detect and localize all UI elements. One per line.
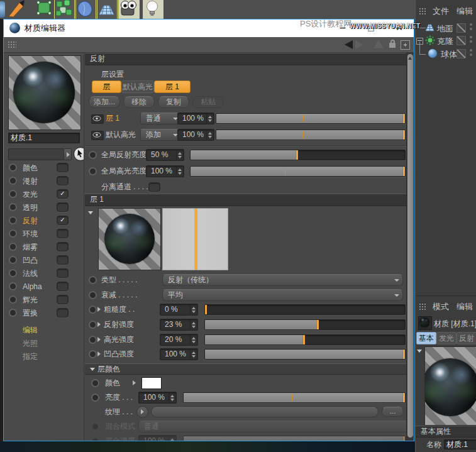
layer-color-header[interactable]: 层颜色 bbox=[85, 363, 406, 375]
global-specular-field[interactable]: 100 % bbox=[146, 165, 184, 177]
eye-toggle[interactable] bbox=[91, 131, 104, 140]
global-reflection-field[interactable]: 50 % bbox=[146, 149, 184, 161]
spinner-icon[interactable] bbox=[190, 350, 197, 359]
channel-radio[interactable] bbox=[9, 229, 17, 238]
floor-icon[interactable] bbox=[97, 0, 118, 19]
tab-layers[interactable]: 层 bbox=[92, 80, 121, 93]
spinner-icon[interactable] bbox=[190, 320, 197, 329]
channel-radio[interactable] bbox=[9, 256, 17, 264]
panel-scrollbar[interactable] bbox=[406, 53, 414, 441]
channel-checkbox[interactable] bbox=[57, 308, 69, 317]
channel-radio[interactable] bbox=[9, 203, 17, 211]
channel-radio[interactable] bbox=[9, 163, 17, 172]
texture-expander-button[interactable] bbox=[136, 406, 148, 418]
partial-icon[interactable] bbox=[0, 1, 5, 18]
am-menu-edit[interactable]: 编辑 bbox=[457, 301, 473, 312]
default-specular-blend-dropdown[interactable]: 添加 bbox=[140, 129, 182, 141]
channel-label[interactable]: 发光 bbox=[23, 189, 38, 200]
channel-checkbox[interactable]: ✓ bbox=[57, 216, 69, 225]
roughness-field[interactable]: 0 % bbox=[160, 304, 198, 316]
object-item-cloner[interactable]: 克隆 bbox=[437, 36, 453, 47]
om-menu-file[interactable]: 文件 bbox=[433, 6, 449, 17]
attenuation-radio[interactable] bbox=[89, 291, 97, 299]
specular-strength-expander-icon[interactable] bbox=[97, 337, 101, 342]
object-manager-grip[interactable] bbox=[419, 8, 426, 15]
channel-checkbox[interactable] bbox=[57, 163, 69, 172]
specular-strength-field[interactable]: 20 % bbox=[160, 334, 198, 346]
spinner-icon[interactable] bbox=[206, 114, 213, 123]
reflection-strength-slider[interactable] bbox=[204, 319, 406, 330]
default-specular-name[interactable]: 默认高光 bbox=[106, 129, 136, 140]
specular-strength-radio[interactable] bbox=[89, 336, 97, 344]
channel-checkbox[interactable] bbox=[57, 242, 69, 251]
channel-checkbox[interactable] bbox=[57, 202, 69, 212]
reflection-strength-field[interactable]: 23 % bbox=[160, 319, 198, 331]
channel-radio[interactable] bbox=[9, 295, 17, 304]
channel-checkbox[interactable] bbox=[57, 268, 69, 278]
layer-color-collapse-icon[interactable] bbox=[90, 368, 95, 371]
spinner-icon[interactable] bbox=[206, 130, 213, 140]
texture-field[interactable] bbox=[151, 406, 379, 417]
channel-checkbox[interactable]: ✓ bbox=[57, 189, 69, 199]
layer1-amount-field[interactable]: 100 % bbox=[177, 113, 214, 124]
am-menu-mode[interactable]: 模式 bbox=[433, 301, 449, 312]
pen-tool-icon[interactable] bbox=[6, 0, 26, 19]
roughness-expander-icon[interactable] bbox=[97, 307, 101, 312]
type-radio[interactable] bbox=[89, 276, 97, 284]
layer1-sphere-preview[interactable] bbox=[98, 208, 161, 270]
page-illumination[interactable]: 光照 bbox=[23, 338, 38, 349]
roughness-radio[interactable] bbox=[89, 306, 97, 314]
spinner-icon[interactable] bbox=[169, 393, 175, 402]
cloner-vis-dot-bottom[interactable] bbox=[470, 40, 472, 43]
new-window-icon[interactable]: + bbox=[401, 40, 410, 50]
editor-toolbar-grip[interactable] bbox=[8, 41, 16, 49]
default-specular-amount-slider[interactable] bbox=[216, 130, 406, 140]
texture-browse-button[interactable]: ... bbox=[382, 407, 404, 417]
specular-strength-slider[interactable] bbox=[204, 334, 406, 345]
material-name-input[interactable] bbox=[8, 133, 80, 143]
channel-label[interactable]: 辉光 bbox=[23, 294, 38, 306]
page-assign[interactable]: 指定 bbox=[23, 351, 38, 362]
channel-checkbox[interactable] bbox=[57, 229, 69, 238]
tab-layer1[interactable]: 层 1 bbox=[154, 80, 191, 93]
channel-checkbox[interactable] bbox=[57, 255, 69, 265]
sphere-layer-toggle[interactable] bbox=[457, 49, 466, 58]
global-reflection-slider[interactable] bbox=[190, 150, 406, 160]
eye-toggle[interactable] bbox=[91, 114, 104, 124]
channel-label[interactable]: 透明 bbox=[23, 202, 38, 213]
am-tab-reflectance[interactable]: 反射 bbox=[457, 332, 476, 345]
attenuation-dropdown[interactable]: 平均 bbox=[162, 289, 403, 301]
pick-material-icon[interactable] bbox=[74, 147, 84, 161]
layer1-name[interactable]: 层 1 bbox=[106, 113, 119, 124]
global-reflection-radio[interactable] bbox=[89, 151, 97, 159]
camera-icon[interactable] bbox=[118, 0, 140, 19]
clone-array-icon[interactable] bbox=[54, 0, 75, 19]
color-swatch[interactable] bbox=[141, 377, 162, 389]
brightness-radio[interactable] bbox=[91, 394, 99, 402]
am-tab-basic[interactable]: 基本 bbox=[416, 332, 436, 345]
channel-radio[interactable] bbox=[9, 309, 17, 317]
channel-label[interactable]: 颜色 bbox=[23, 162, 38, 174]
compare-icon[interactable] bbox=[374, 40, 384, 48]
spinner-icon[interactable] bbox=[176, 167, 183, 176]
preview-collapse-icon[interactable] bbox=[417, 350, 422, 353]
color-expander-icon[interactable] bbox=[133, 380, 136, 385]
bump-strength-field[interactable]: 100 % bbox=[160, 348, 198, 360]
channel-label[interactable]: 烟雾 bbox=[23, 241, 38, 253]
metaball-icon[interactable] bbox=[75, 0, 96, 19]
sphere-vis-dot-top[interactable] bbox=[470, 49, 472, 52]
spinner-icon[interactable] bbox=[190, 335, 197, 345]
om-menu-edit[interactable]: 编辑 bbox=[457, 6, 473, 17]
separate-channels-checkbox[interactable] bbox=[148, 182, 160, 192]
brightness-field[interactable]: 100 % bbox=[138, 392, 177, 404]
page-edit[interactable]: 编辑 bbox=[23, 324, 38, 336]
preset-dropdown[interactable] bbox=[8, 148, 64, 160]
tab-default-specular[interactable]: 默认高光 bbox=[121, 80, 154, 93]
reflection-strength-radio[interactable] bbox=[89, 321, 97, 329]
layer1-collapse-icon[interactable] bbox=[88, 211, 93, 214]
forward-icon[interactable] bbox=[355, 40, 363, 49]
channel-checkbox[interactable] bbox=[57, 295, 69, 304]
layer1-blend-dropdown[interactable]: 普通 bbox=[140, 113, 182, 124]
cloner-layer-toggle[interactable] bbox=[457, 36, 466, 45]
paste-button[interactable]: 粘贴 bbox=[192, 96, 224, 108]
